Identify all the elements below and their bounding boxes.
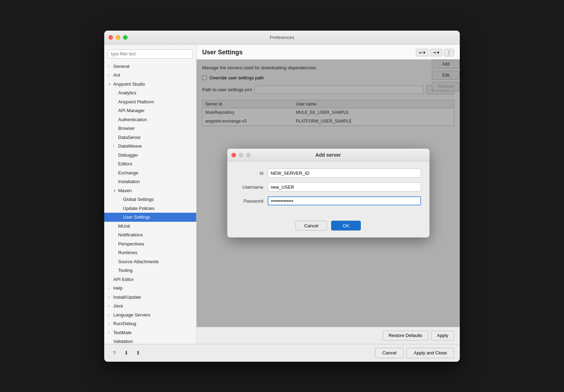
restore-defaults-button[interactable]: Restore Defaults [383,331,428,340]
arrow-icon: › [113,143,118,149]
sidebar-item-installation[interactable]: Installation [104,177,196,186]
sidebar-item-exchange[interactable]: Exchange [104,168,196,178]
modal-close-button[interactable] [231,153,236,157]
sidebar-item-label: TextMate [113,329,132,336]
page-title: User Settings [202,49,243,56]
sidebar-item-debugger[interactable]: Debugger [104,151,196,160]
help-icon: ? [113,350,116,356]
modal-cancel-button[interactable]: Cancel [296,221,327,230]
apply-button[interactable]: Apply [431,331,454,340]
sidebar-item-browser[interactable]: Browser [104,124,196,133]
sidebar-item-authentication[interactable]: Authentication [104,115,196,124]
sidebar-item-label: User Settings [123,214,150,221]
sidebar-item-maven[interactable]: ∨Maven [104,186,196,195]
sidebar-item-anypoint-platform[interactable]: Anypoint Platform [104,97,196,107]
modal-maximize-button [246,153,251,157]
password-label: Password [236,198,264,204]
arrow-icon: › [108,312,113,317]
sidebar-item-label: Run/Debug [113,320,136,327]
import-button[interactable]: ⬇ [122,348,131,358]
apply-close-button[interactable]: Apply and Close [406,348,454,358]
sidebar-item-user-settings[interactable]: User Settings [104,213,196,222]
id-input[interactable] [268,168,421,178]
sidebar-item-label: Browser [118,125,135,132]
sidebar-item-textmate[interactable]: ›TextMate [104,328,196,337]
sidebar-item-source-attachments[interactable]: Source Attachments [104,257,196,266]
sidebar-item-label: Update Policies [123,205,154,212]
sidebar-item-validation[interactable]: Validation [104,337,196,344]
bottom-bar: Restore Defaults Apply [197,327,460,344]
sidebar-item-install-update[interactable]: ›Install/Update [104,293,196,302]
sidebar-item-label: Tooling [118,267,132,274]
sidebar-item-label: Language Servers [113,312,150,319]
sidebar-item-editors[interactable]: Editors [104,159,196,168]
forward-arrow-dropdown: ▾ [437,50,439,55]
modal-minimize-button [239,153,243,157]
sidebar-item-language-servers[interactable]: ›Language Servers [104,311,196,320]
cancel-button[interactable]: Cancel [375,348,404,358]
sidebar-item-label: API Manager [118,107,145,114]
password-input[interactable] [268,196,421,205]
sidebar-item-label: Perspectives [118,241,144,248]
sidebar-item-label: Runtimes [118,249,137,256]
modal-ok-button[interactable]: OK [331,221,361,230]
sidebar-item-anypoint-studio[interactable]: ∨Anypoint Studio [104,80,196,89]
minimize-button[interactable] [116,35,120,40]
sidebar-item-update-policies[interactable]: Update Policies [104,204,196,213]
sidebar-nav: ›General›Ant∨Anypoint StudioAnalyticsAny… [104,62,196,344]
window-title: Preferences [270,35,294,40]
help-button[interactable]: ? [110,348,119,358]
sidebar-item-dataweave[interactable]: ›DataWeave [104,142,196,151]
sidebar-item-tooling[interactable]: Tooling [104,266,196,275]
maximize-button[interactable] [123,35,128,40]
main-layout: ›General›Ant∨Anypoint StudioAnalyticsAny… [104,45,460,344]
sidebar-item-label: Install/Update [113,294,141,301]
sidebar-item-datasense[interactable]: DataSense [104,133,196,142]
content-area: User Settings ⇐ ▾ ⇒ ▾ ⋮ Manage th [197,45,460,344]
sidebar-item-notifications[interactable]: Notifications [104,230,196,240]
sidebar-item-munit[interactable]: MUnit [104,222,196,231]
sidebar-item-runtimes[interactable]: Runtimes [104,248,196,257]
sidebar-item-global-settings[interactable]: Global Settings [104,195,196,204]
filter-wrap [104,47,196,61]
sidebar-item-label: Anypoint Platform [118,99,154,105]
id-field: Id [236,168,421,178]
sidebar-item-analytics[interactable]: Analytics [104,88,196,97]
sidebar-item-perspectives[interactable]: Perspectives [104,240,196,249]
sidebar-item-ant[interactable]: ›Ant [104,71,196,80]
id-label: Id [236,171,264,176]
sidebar-item-label: Java [113,303,123,309]
username-input[interactable] [268,182,421,191]
sidebar-item-label: General [113,63,129,70]
footer-left: ? ⬇ ⬆ [110,348,143,358]
sidebar-item-java[interactable]: ›Java [104,301,196,311]
sidebar-item-general[interactable]: ›General [104,62,196,71]
modal-title-bar: Add server [227,149,429,162]
footer-right: Cancel Apply and Close [375,348,454,358]
arrow-icon: › [108,295,113,300]
username-label: Username [236,185,264,190]
modal-footer: Cancel OK [227,217,429,237]
sidebar-item-label: Analytics [118,89,136,96]
filter-input[interactable] [108,49,193,58]
close-button[interactable] [108,35,113,40]
more-options-button[interactable]: ⋮ [444,49,454,56]
sidebar-item-api-editor[interactable]: API Editor [104,275,196,284]
sidebar-item-api-manager[interactable]: API Manager [104,106,196,115]
arrow-icon: ∨ [108,81,113,87]
traffic-lights [108,35,128,40]
content-body: Manage the servers used for downloading … [197,60,460,327]
export-button[interactable]: ⬆ [134,348,143,358]
username-field: Username [236,182,421,191]
sidebar-item-label: Ant [113,72,120,79]
sidebar: ›General›Ant∨Anypoint StudioAnalyticsAny… [104,45,197,344]
back-button[interactable]: ⇐ ▾ [416,49,428,56]
sidebar-item-run-debug[interactable]: ›Run/Debug [104,319,196,328]
sidebar-item-label: Maven [118,187,132,194]
more-options-icon: ⋮ [447,50,451,55]
sidebar-item-help[interactable]: ›Help [104,284,196,293]
arrow-icon: › [108,72,113,78]
forward-button[interactable]: ⇒ ▾ [430,49,442,56]
add-server-dialog: Add server Id Username [227,149,429,237]
arrow-icon: › [108,330,113,335]
